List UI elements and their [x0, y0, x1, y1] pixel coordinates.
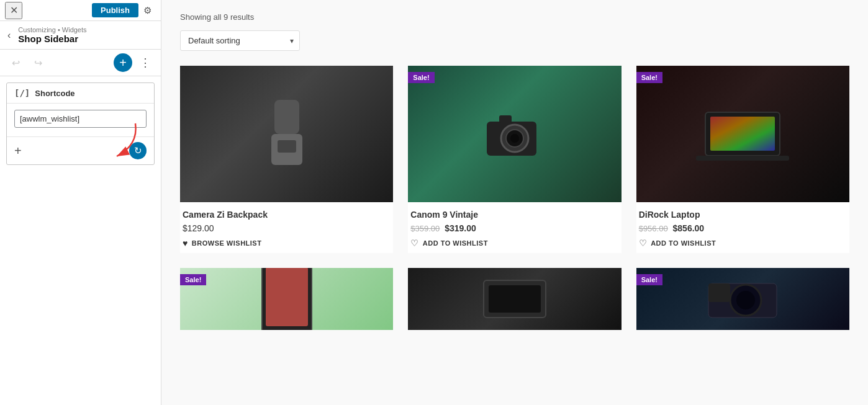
product-card: [408, 268, 621, 330]
camera-svg: [481, 106, 549, 162]
svg-rect-15: [266, 268, 308, 326]
product-card: Sale!: [636, 268, 849, 330]
price-regular: $129.00: [183, 223, 214, 233]
breadcrumb-bar: ‹ Customizing • Widgets Shop Sidebar: [0, 21, 161, 50]
breadcrumb-title: Shop Sidebar: [18, 33, 86, 44]
product-image-sony: Sale!: [636, 268, 849, 330]
wishlist-label: ADD TO WISHLIST: [423, 239, 488, 247]
sort-wrapper: Default sorting Sort by popularity Sort …: [180, 30, 300, 51]
toolbar-row: ↩ ↪ + ⋮: [0, 50, 161, 76]
product-card: Camera Zi Backpack $129.00 ♥ BROWSE WISH…: [180, 66, 393, 253]
add-wishlist-button[interactable]: ♡ ADD TO WISHLIST: [639, 238, 717, 248]
sale-badge: Sale!: [180, 274, 206, 285]
product-image-backpack: [180, 66, 393, 202]
svg-rect-21: [708, 283, 730, 302]
device-svg: [477, 274, 552, 324]
price-original: $359.00: [410, 224, 440, 233]
shortcode-widget: [/] Shortcode +: [6, 82, 155, 165]
sale-badge: Sale!: [636, 274, 662, 285]
svg-rect-17: [489, 285, 541, 313]
gear-icon: ⚙: [143, 5, 151, 16]
widget-header: [/] Shortcode: [7, 83, 154, 104]
backpack-svg: [262, 94, 312, 174]
plus-icon: +: [14, 144, 22, 158]
product-name: Camera Zi Backpack: [183, 210, 391, 220]
more-icon: ⋮: [140, 56, 151, 69]
heart-outline-icon: ♡: [639, 238, 648, 248]
close-button[interactable]: ✕: [5, 2, 22, 19]
product-price: $359.00 $319.00: [410, 223, 618, 233]
undo-icon: ↩: [12, 57, 20, 69]
publish-button[interactable]: Publish: [92, 3, 138, 17]
add-wishlist-button[interactable]: ♡ ADD TO WISHLIST: [410, 238, 488, 248]
sort-select[interactable]: Default sorting Sort by popularity Sort …: [180, 30, 300, 51]
svg-point-7: [510, 134, 519, 143]
breadcrumb-parent: Customizing • Widgets: [18, 26, 86, 33]
back-button[interactable]: ‹: [5, 29, 13, 42]
tablet-svg: [256, 268, 318, 330]
refresh-icon: ↻: [134, 145, 142, 156]
breadcrumb-info: Customizing • Widgets Shop Sidebar: [18, 26, 86, 44]
product-info: Camera Zi Backpack $129.00 ♥ BROWSE WISH…: [180, 202, 393, 253]
svg-rect-3: [278, 140, 296, 153]
product-image-tablet: Sale!: [180, 268, 393, 330]
product-name: DiRock Laptop: [639, 210, 847, 220]
browse-wishlist-button[interactable]: ♥ BROWSE WISHLIST: [183, 238, 261, 248]
redo-button[interactable]: ↪: [29, 53, 47, 72]
product-image-dark: [408, 268, 621, 330]
refresh-button[interactable]: ↻: [129, 142, 147, 159]
laptop-svg: [693, 103, 792, 165]
product-price: $956.00 $856.00: [639, 223, 847, 233]
heart-outline-icon: ♡: [410, 238, 419, 248]
top-bar: ✕ Publish ⚙: [0, 0, 161, 21]
wishlist-label: ADD TO WISHLIST: [651, 239, 716, 247]
product-card: Sale! Canom 9 Vintaje $359.00 $319.00 ♡: [408, 66, 621, 253]
product-info: DiRock Laptop $956.00 $856.00 ♡ ADD TO W…: [636, 202, 849, 253]
product-card: Sale!: [636, 66, 849, 253]
publish-label: Publish: [101, 6, 130, 15]
widget-area: [/] Shortcode +: [0, 76, 161, 405]
wishlist-label: BROWSE WISHLIST: [192, 239, 262, 247]
product-image-laptop: Sale!: [636, 66, 849, 202]
sale-badge: Sale!: [636, 72, 662, 83]
settings-button[interactable]: ⚙: [138, 2, 156, 19]
product-price: $129.00: [183, 223, 391, 233]
results-text: Showing all 9 results: [180, 12, 849, 22]
add-block-button[interactable]: +: [114, 53, 132, 72]
redo-icon: ↪: [34, 57, 42, 69]
price-sale: $856.00: [673, 223, 705, 233]
widget-input-area: [7, 104, 154, 134]
price-sale: $319.00: [445, 223, 476, 233]
svg-rect-11: [710, 117, 775, 151]
main-content: Showing all 9 results Default sorting So…: [161, 0, 868, 405]
back-icon: ‹: [7, 30, 11, 40]
shortcode-input[interactable]: [14, 110, 147, 128]
product-card: Sale!: [180, 268, 393, 330]
svg-rect-12: [696, 156, 789, 161]
close-icon: ✕: [10, 4, 18, 16]
more-options-button[interactable]: ⋮: [136, 53, 155, 72]
sony-svg: [705, 274, 780, 324]
svg-point-20: [736, 291, 755, 309]
heart-filled-icon: ♥: [183, 238, 188, 248]
add-widget-row: + ↻: [7, 136, 154, 164]
sale-badge: Sale!: [408, 72, 434, 83]
add-widget-button[interactable]: +: [14, 144, 22, 158]
shortcode-icon: [/]: [14, 88, 30, 98]
product-name: Canom 9 Vintaje: [410, 210, 618, 220]
svg-rect-8: [499, 115, 512, 123]
widget-title: Shortcode: [35, 89, 75, 98]
svg-rect-1: [274, 100, 299, 134]
product-grid: Camera Zi Backpack $129.00 ♥ BROWSE WISH…: [180, 66, 849, 330]
product-info: Canom 9 Vintaje $359.00 $319.00 ♡ ADD TO…: [408, 202, 621, 253]
add-icon: +: [119, 56, 127, 70]
price-original: $956.00: [639, 224, 668, 233]
product-image-camera: Sale!: [408, 66, 621, 202]
undo-button[interactable]: ↩: [6, 53, 25, 72]
sidebar-panel: ✕ Publish ⚙ ‹ Customizing • Widgets Shop…: [0, 0, 161, 405]
